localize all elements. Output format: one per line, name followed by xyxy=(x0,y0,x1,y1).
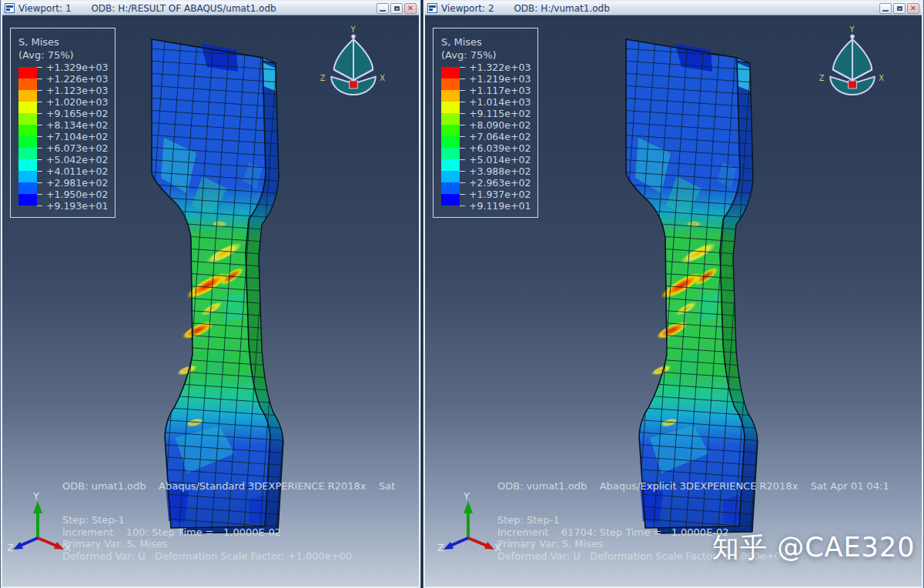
minimize-button[interactable] xyxy=(879,3,892,14)
legend-tick xyxy=(37,102,42,102)
viewport-label: Viewport: 1 xyxy=(18,3,72,14)
legend-color-bar xyxy=(18,67,37,212)
legend-tick xyxy=(37,205,42,206)
compass-y-label: Y xyxy=(350,25,356,34)
odb-path-label: ODB: H:/vumat1.odb xyxy=(514,3,609,14)
legend-value-row: +2.963e+02 xyxy=(460,177,531,189)
legend-value-row: +4.011e+02 xyxy=(37,165,108,177)
step-line: Step: Step-1 xyxy=(62,514,395,526)
legend-value-row: +9.165e+02 xyxy=(37,108,108,119)
viewport1-canvas[interactable]: S, Mises (Avg: 75%) +1.329e+03+1.226e+03… xyxy=(2,15,419,586)
legend-tick xyxy=(460,113,465,114)
restore-icon xyxy=(394,6,400,11)
minimize-icon xyxy=(380,10,386,12)
viewport-window-1: Viewport: 1 ODB: H:/RESULT OF ABAQUS/uma… xyxy=(1,0,420,588)
legend-swatch xyxy=(441,79,460,90)
legend-tick xyxy=(460,171,465,172)
legend-value-row: +1.226e+03 xyxy=(37,73,108,85)
legend-value-row: +3.988e+02 xyxy=(460,165,531,177)
primary-var-line: Primary Var: S, Mises xyxy=(62,538,395,550)
legend-value-row: +1.322e+03 xyxy=(460,62,531,73)
legend-tick xyxy=(37,136,42,137)
triad-y-label: Y xyxy=(32,490,39,502)
close-button[interactable]: ✕ xyxy=(907,3,919,14)
watermark: 知乎 @CAE320 xyxy=(712,530,915,566)
legend-values: +1.322e+03+1.219e+03+1.117e+03+1.014e+03… xyxy=(460,62,531,212)
legend-swatch xyxy=(441,102,460,113)
legend-swatch xyxy=(441,194,460,205)
restore-button[interactable] xyxy=(390,3,403,14)
legend-swatch xyxy=(441,113,460,125)
legend-value-row: +9.115e+02 xyxy=(460,108,531,119)
triad-z-label: Z xyxy=(7,542,14,552)
specimen-mesh xyxy=(133,22,287,538)
legend-tick xyxy=(37,67,42,68)
legend-tick xyxy=(460,148,465,149)
legend-swatch xyxy=(18,136,37,148)
legend-tick xyxy=(460,205,465,206)
legend-swatch xyxy=(441,67,460,79)
legend-swatch xyxy=(441,136,460,148)
viewport2-canvas[interactable]: S, Mises (Avg: 75%) +1.322e+03+1.219e+03… xyxy=(425,15,922,586)
legend-swatch xyxy=(441,125,460,136)
viewport-icon xyxy=(427,3,437,13)
legend-swatch xyxy=(18,171,37,182)
legend-tick xyxy=(37,125,42,125)
legend-swatch xyxy=(18,67,37,79)
legend-tick xyxy=(37,171,42,172)
legend-tick xyxy=(460,79,465,79)
close-icon: ✕ xyxy=(910,5,916,12)
legend-value-row: +7.104e+02 xyxy=(37,131,108,142)
viewport2-titlebar[interactable]: Viewport: 2 ODB: H:/vumat1.odb ✕ xyxy=(425,2,922,15)
deformed-var-line: Deformed Var: U Deformation Scale Factor… xyxy=(62,550,395,563)
compass-y-label: Y xyxy=(849,25,855,34)
compass-x-label: X xyxy=(879,74,884,82)
contour-legend: S, Mises (Avg: 75%) +1.322e+03+1.219e+03… xyxy=(433,28,538,218)
legend-values: +1.329e+03+1.226e+03+1.123e+03+1.020e+03… xyxy=(37,62,108,212)
odb-info-line: ODB: umat1.odb Abaqus/Standard 3DEXPERIE… xyxy=(62,480,395,493)
legend-swatch xyxy=(441,171,460,182)
legend-value-row: +9.193e+01 xyxy=(37,200,108,212)
axis-triad: Y Z X xyxy=(437,490,507,552)
compass-x-label: X xyxy=(380,74,385,82)
legend-title: S, Mises xyxy=(18,35,108,48)
legend-value-row: +5.042e+02 xyxy=(37,154,108,165)
view-compass[interactable]: Y Z X xyxy=(818,25,887,102)
compass-z-label: Z xyxy=(819,74,825,82)
odb-path-label: ODB: H:/RESULT OF ABAQUS/umat1.odb xyxy=(91,3,276,14)
viewport1-title: Viewport: 1 ODB: H:/RESULT OF ABAQUS/uma… xyxy=(18,3,276,14)
legend-tick xyxy=(460,182,465,183)
legend-subtitle: (Avg: 75%) xyxy=(18,48,108,62)
legend-swatch xyxy=(18,113,37,125)
legend-tick xyxy=(37,90,42,91)
legend-value-row: +9.119e+01 xyxy=(460,200,531,212)
minimize-icon xyxy=(882,10,889,12)
legend-tick xyxy=(37,148,42,149)
close-button[interactable]: ✕ xyxy=(404,3,417,14)
legend-tick xyxy=(37,79,42,79)
legend-value-row: +1.219e+03 xyxy=(460,73,531,85)
legend-value-row: +1.020e+03 xyxy=(37,96,108,108)
legend-value-row: +2.981e+02 xyxy=(37,177,108,189)
legend-value-row: +1.014e+03 xyxy=(460,96,531,108)
legend-value-row: +6.039e+02 xyxy=(460,142,531,154)
legend-swatch xyxy=(441,148,460,159)
contour-legend: S, Mises (Avg: 75%) +1.329e+03+1.226e+03… xyxy=(10,28,116,218)
restore-icon xyxy=(897,6,902,11)
legend-value-row: +8.134e+02 xyxy=(37,119,108,131)
legend-value-row: +6.073e+02 xyxy=(37,142,108,154)
compass-z-label: Z xyxy=(320,74,326,82)
step-line: Step: Step-1 xyxy=(497,514,889,526)
viewport1-titlebar[interactable]: Viewport: 1 ODB: H:/RESULT OF ABAQUS/uma… xyxy=(2,2,419,15)
legend-tick xyxy=(37,159,42,160)
legend-value-row: +5.014e+02 xyxy=(460,154,531,165)
legend-value-row: +1.123e+03 xyxy=(37,85,108,96)
legend-swatch xyxy=(441,182,460,194)
view-compass[interactable]: Y Z X xyxy=(319,25,388,102)
viewport-icon xyxy=(5,3,15,13)
legend-tick xyxy=(460,90,465,91)
legend-value-row: +1.117e+03 xyxy=(460,85,531,96)
minimize-button[interactable] xyxy=(377,3,389,14)
legend-swatch xyxy=(18,79,37,90)
restore-button[interactable] xyxy=(893,3,906,14)
